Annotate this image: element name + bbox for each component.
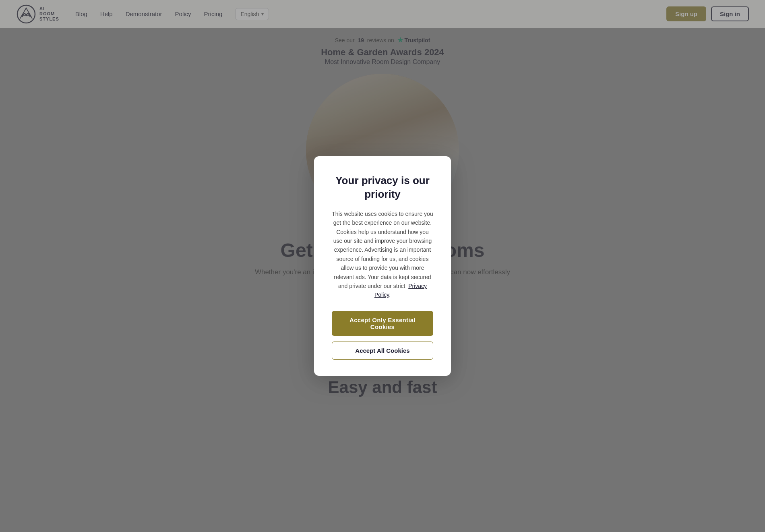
overlay: Your privacy is our priority This websit… bbox=[0, 0, 765, 532]
accept-essential-button[interactable]: Accept Only Essential Cookies bbox=[332, 311, 433, 336]
modal-title: Your privacy is our priority bbox=[332, 174, 433, 201]
modal-body-text: This website uses cookies to ensure you … bbox=[332, 211, 433, 289]
cookie-modal: Your privacy is our priority This websit… bbox=[314, 156, 451, 376]
accept-all-button[interactable]: Accept All Cookies bbox=[332, 342, 433, 360]
modal-body: This website uses cookies to ensure you … bbox=[332, 209, 433, 300]
